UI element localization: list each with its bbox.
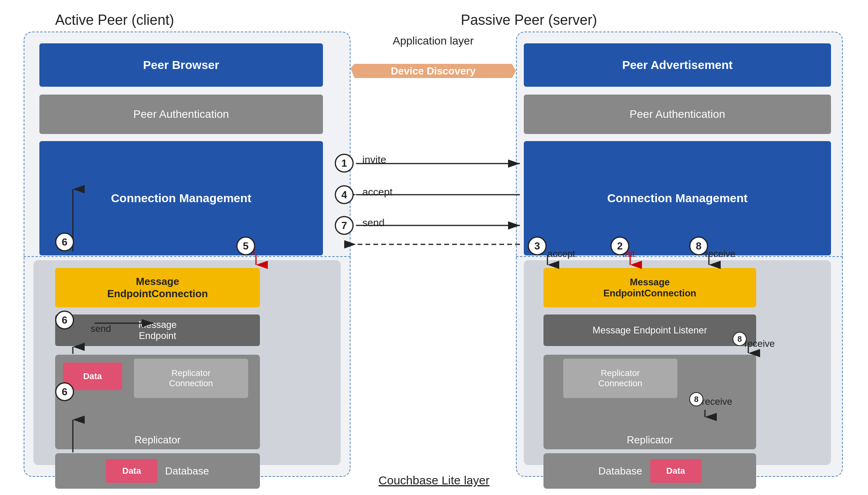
right-msg-endpoint-listener-label: Message Endpoint Listener bbox=[593, 325, 707, 336]
num-circle-1: 1 bbox=[335, 154, 354, 173]
app-layer-label: Application layer bbox=[354, 35, 512, 47]
left-conn-mgmt-box: Connection Management bbox=[39, 141, 323, 255]
left-msg-endpoint-conn: Message EndpointConnection bbox=[55, 268, 260, 307]
device-discovery-arrow-body: Device Discovery bbox=[351, 64, 516, 78]
arrow-label-receive-top: receive bbox=[705, 248, 735, 259]
device-discovery-container: Device Discovery bbox=[327, 55, 540, 87]
right-peer-auth-box: Peer Authentication bbox=[524, 95, 831, 134]
peer-advert-box: Peer Advertisement bbox=[524, 43, 831, 87]
right-database-data-box: Data bbox=[650, 459, 701, 483]
device-discovery-label: Device Discovery bbox=[391, 65, 475, 77]
right-replicator-label: Replicator bbox=[543, 434, 756, 446]
num-circle-4: 4 bbox=[335, 185, 354, 204]
left-database-data-label: Data bbox=[122, 466, 141, 476]
num-circle-6a: 6 bbox=[55, 233, 74, 251]
arrow-label-receive-mid: receive bbox=[744, 338, 775, 349]
left-replicator-conn-box: Replicator Connection bbox=[134, 359, 248, 398]
right-msg-endpoint-conn-label: Message EndpointConnection bbox=[603, 277, 696, 299]
device-discovery-arrow: Device Discovery bbox=[339, 58, 528, 84]
left-peer-auth-box: Peer Authentication bbox=[39, 95, 323, 134]
num-circle-5: 5 bbox=[236, 236, 255, 255]
peer-advert-label: Peer Advertisement bbox=[622, 58, 733, 72]
left-database-box: Data Database bbox=[55, 453, 260, 489]
right-database-data-label: Data bbox=[666, 466, 685, 476]
right-conn-mgmt-label: Connection Management bbox=[607, 192, 748, 205]
right-database-box: Database Data bbox=[543, 453, 756, 489]
right-database-label: Database bbox=[598, 465, 642, 477]
arrow-label-send: send bbox=[362, 217, 384, 229]
left-peer-auth-label: Peer Authentication bbox=[134, 108, 229, 121]
arrow-label-invite: invite bbox=[362, 154, 386, 166]
num-circle-8c: 8 bbox=[689, 392, 703, 406]
left-data-box-replicator-label: Data bbox=[83, 371, 102, 381]
right-msg-endpoint-conn: Message EndpointConnection bbox=[543, 268, 756, 307]
left-msg-endpoint-conn-label: Message EndpointConnection bbox=[107, 275, 208, 300]
arrow-label-accept-right: accept bbox=[547, 248, 575, 259]
arrow-label-receive-bot: receive bbox=[702, 396, 732, 407]
left-replicator-area: Replicator Connection Replicator Data bbox=[55, 355, 260, 449]
num-circle-6c: 6 bbox=[55, 382, 74, 401]
peer-browser-box: Peer Browser bbox=[39, 43, 323, 87]
left-database-label: Database bbox=[165, 465, 209, 477]
num-circle-2: 2 bbox=[610, 236, 629, 255]
left-replicator-conn-label: Replicator Connection bbox=[169, 368, 213, 389]
left-dashed-divider bbox=[24, 256, 351, 257]
left-database-data-box: Data bbox=[106, 459, 157, 483]
num-circle-8a: 8 bbox=[689, 236, 708, 255]
num-circle-3: 3 bbox=[528, 236, 547, 255]
left-msg-endpoint-box: Message Endpoint bbox=[55, 314, 260, 346]
title-passive: Passive Peer (server) bbox=[461, 12, 597, 28]
left-replicator-label: Replicator bbox=[55, 434, 260, 446]
left-msg-endpoint-label: Message Endpoint bbox=[138, 319, 176, 341]
right-replicator-conn-box: Replicator Connection bbox=[563, 359, 677, 398]
couchbase-layer-label: Couchbase Lite layer bbox=[378, 474, 490, 487]
arrow-label-send-left: send bbox=[91, 323, 111, 334]
num-circle-7: 7 bbox=[335, 216, 354, 235]
left-conn-mgmt-label: Connection Management bbox=[111, 192, 252, 205]
diagram-container: Active Peer (client) Passive Peer (serve… bbox=[0, 0, 868, 495]
right-replicator-conn-label: Replicator Connection bbox=[598, 368, 642, 389]
arrow-label-accept: accept bbox=[362, 186, 393, 198]
num-circle-6b: 6 bbox=[55, 311, 74, 329]
right-conn-mgmt-box: Connection Management bbox=[524, 141, 831, 255]
peer-browser-label: Peer Browser bbox=[143, 58, 219, 72]
num-circle-8b: 8 bbox=[733, 332, 747, 346]
right-msg-endpoint-listener-box: Message Endpoint Listener bbox=[543, 314, 756, 346]
title-active: Active Peer (client) bbox=[55, 12, 174, 28]
right-peer-auth-label: Peer Authentication bbox=[630, 108, 725, 121]
